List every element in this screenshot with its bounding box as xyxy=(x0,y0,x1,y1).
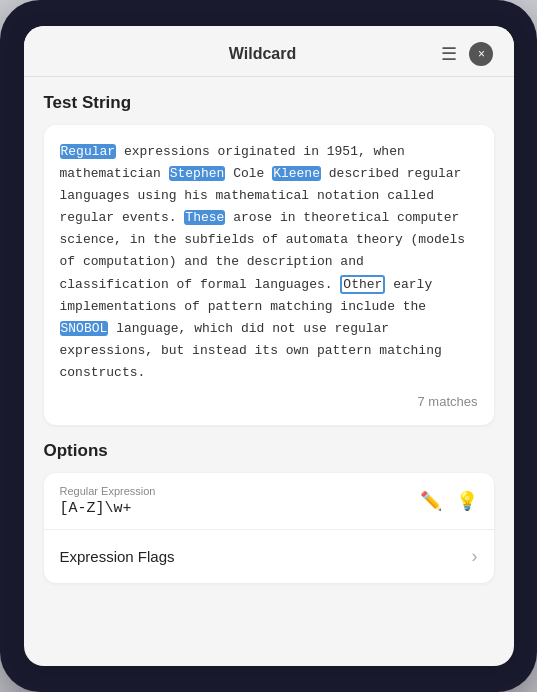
match-regular: Regular xyxy=(60,144,117,159)
match-other: Other xyxy=(340,275,385,294)
test-string-box: Regular expressions originated in 1951, … xyxy=(44,125,494,425)
match-these: These xyxy=(184,210,225,225)
app-window: Wildcard ☰ × Test String Regular express… xyxy=(24,26,514,666)
test-string-content: Regular expressions originated in 1951, … xyxy=(60,141,478,384)
match-stephen: Stephen xyxy=(169,166,226,181)
menu-icon[interactable]: ☰ xyxy=(441,43,457,65)
test-string-section-title: Test String xyxy=(44,93,494,113)
options-section-title: Options xyxy=(44,441,494,461)
flags-label: Expression Flags xyxy=(60,548,175,565)
info-icon[interactable]: 💡 xyxy=(456,490,478,512)
match-snobol: SNOBOL xyxy=(60,321,109,336)
match-count: 7 matches xyxy=(60,394,478,409)
expression-flags-row[interactable]: Expression Flags › xyxy=(44,530,494,583)
app-title: Wildcard xyxy=(229,45,296,63)
title-bar: Wildcard ☰ × xyxy=(24,26,514,77)
phone-shell: Wildcard ☰ × Test String Regular express… xyxy=(0,0,537,692)
regex-actions: ✏️ 💡 xyxy=(420,490,478,512)
chevron-right-icon: › xyxy=(472,546,478,567)
regex-field: Regular Expression [A-Z]\w+ xyxy=(60,485,156,517)
regex-row: Regular Expression [A-Z]\w+ ✏️ 💡 xyxy=(44,473,494,530)
edit-icon[interactable]: ✏️ xyxy=(420,490,442,512)
title-bar-actions: ☰ × xyxy=(441,42,493,66)
main-content: Test String Regular expressions originat… xyxy=(24,77,514,666)
options-card: Regular Expression [A-Z]\w+ ✏️ 💡 Express… xyxy=(44,473,494,583)
match-kleene: Kleene xyxy=(272,166,321,181)
close-button[interactable]: × xyxy=(469,42,493,66)
regex-label: Regular Expression xyxy=(60,485,156,497)
regex-value: [A-Z]\w+ xyxy=(60,500,156,517)
